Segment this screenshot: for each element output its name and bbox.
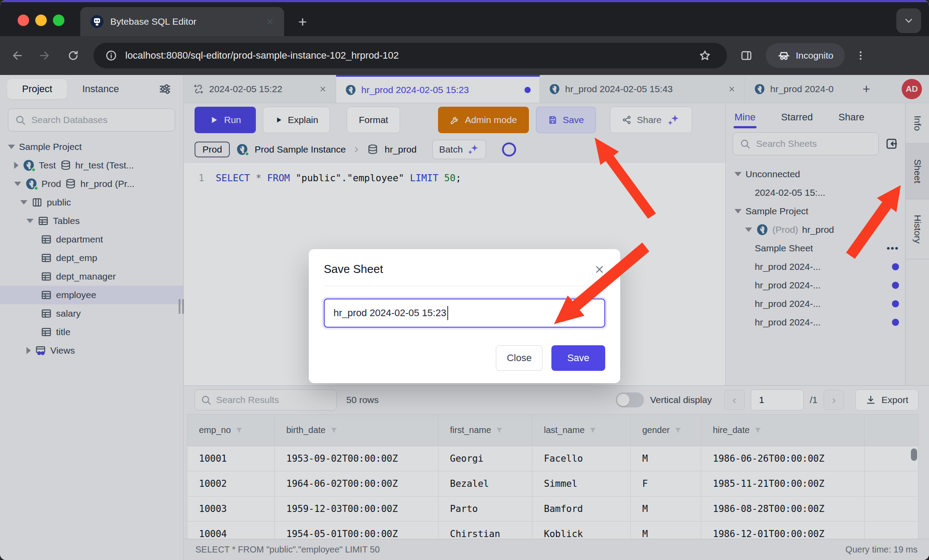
reload-icon — [67, 49, 79, 62]
new-tab-button[interactable]: + — [293, 12, 312, 31]
browser-menu-button[interactable] — [851, 46, 870, 65]
back-icon — [11, 49, 24, 62]
sheet-name-value: hr_prod 2024-02-05 15:23 — [333, 307, 446, 319]
traffic-light-close[interactable] — [18, 15, 29, 26]
panel-icon — [740, 49, 753, 62]
back-button[interactable] — [8, 46, 27, 65]
browser-chrome: Bytebase SQL Editor + localhost:8080/sql… — [0, 0, 929, 75]
incognito-badge: Incognito — [766, 43, 845, 68]
dialog-close-button[interactable]: Close — [496, 345, 543, 371]
dialog-title: Save Sheet — [324, 262, 594, 276]
url-text: localhost:8080/sql-editor/prod-sample-in… — [125, 50, 399, 61]
side-panel-button[interactable] — [737, 46, 756, 65]
incognito-icon — [777, 49, 790, 62]
sheet-name-input[interactable]: hr_prod 2024-02-05 15:23 — [324, 299, 605, 328]
browser-tab-title: Bytebase SQL Editor — [110, 16, 259, 27]
tab-search-button[interactable] — [896, 8, 921, 33]
chevron-down-icon — [903, 15, 914, 26]
traffic-light-minimize[interactable] — [35, 15, 47, 26]
bytebase-favicon — [90, 15, 104, 29]
browser-tab[interactable]: Bytebase SQL Editor — [80, 7, 284, 36]
tab-close-icon[interactable] — [266, 17, 274, 26]
site-info-icon[interactable] — [105, 49, 117, 62]
three-dots-icon — [854, 49, 867, 62]
browser-toolbar: localhost:8080/sql-editor/prod-sample-in… — [0, 36, 929, 75]
browser-window: Bytebase SQL Editor + localhost:8080/sql… — [0, 0, 929, 560]
address-bar[interactable]: localhost:8080/sql-editor/prod-sample-in… — [94, 43, 727, 68]
forward-button[interactable] — [34, 46, 54, 65]
browser-tabstrip: Bytebase SQL Editor + — [0, 2, 929, 36]
incognito-label: Incognito — [796, 50, 833, 61]
bookmark-button[interactable] — [695, 46, 715, 65]
save-sheet-dialog: Save Sheet hr_prod 2024-02-05 15:23 Clos… — [309, 249, 620, 383]
star-icon — [698, 49, 712, 62]
reload-button[interactable] — [64, 46, 83, 65]
forward-icon — [38, 49, 50, 62]
dialog-divider — [324, 286, 605, 286]
dialog-save-button[interactable]: Save — [551, 345, 605, 371]
text-caret — [447, 306, 448, 320]
traffic-light-zoom[interactable] — [53, 15, 64, 26]
dialog-close-icon[interactable] — [594, 264, 605, 275]
